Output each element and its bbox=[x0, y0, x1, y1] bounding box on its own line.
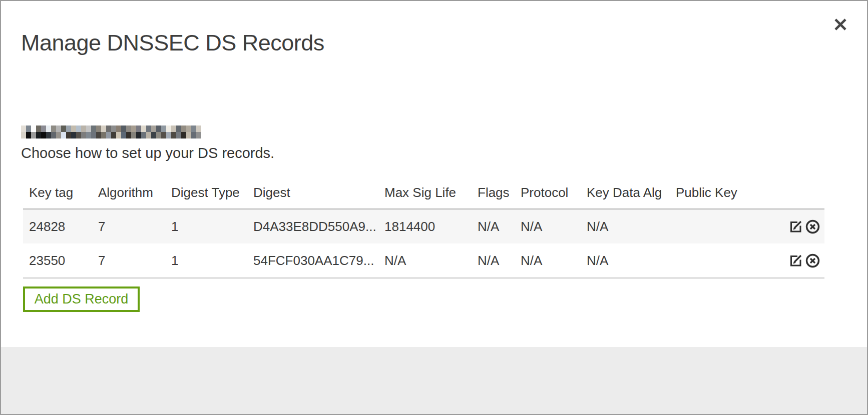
table-cell: 23550 bbox=[23, 253, 92, 268]
instruction-text: Choose how to set up your DS records. bbox=[21, 145, 274, 162]
column-header: Key Data Alg bbox=[581, 185, 670, 200]
row-actions bbox=[781, 219, 824, 234]
column-header: Digest Type bbox=[165, 185, 247, 200]
redaction-pixel bbox=[66, 132, 71, 138]
redaction-pixel bbox=[161, 132, 166, 138]
redaction-pixel bbox=[61, 126, 66, 132]
delete-record-button[interactable] bbox=[805, 253, 820, 268]
redaction-pixel bbox=[151, 132, 156, 138]
table-row: 235507154FCF030AA1C79...N/AN/AN/AN/A bbox=[23, 244, 824, 278]
redaction-pixel bbox=[96, 126, 101, 132]
redaction-pixel bbox=[56, 126, 61, 132]
row-actions bbox=[781, 253, 824, 268]
redaction-pixel bbox=[176, 132, 181, 138]
table-cell: 24828 bbox=[23, 219, 92, 234]
add-ds-record-button[interactable]: Add DS Record bbox=[23, 286, 140, 312]
table-cell: 7 bbox=[92, 219, 165, 234]
redaction-pixel bbox=[101, 132, 106, 138]
redaction-pixel bbox=[186, 126, 191, 132]
edit-icon bbox=[788, 228, 803, 236]
redaction-pixel bbox=[181, 126, 186, 132]
redaction-pixel bbox=[26, 126, 31, 132]
edit-record-button[interactable] bbox=[788, 219, 803, 234]
redaction-pixel bbox=[171, 126, 176, 132]
redaction-pixel bbox=[131, 132, 136, 138]
delete-record-button[interactable] bbox=[805, 219, 820, 234]
redaction-pixel bbox=[181, 132, 186, 138]
redaction-pixel bbox=[36, 132, 41, 138]
column-header: Flags bbox=[472, 185, 515, 200]
page-title: Manage DNSSEC DS Records bbox=[21, 30, 324, 56]
redaction-pixel bbox=[156, 132, 161, 138]
redaction-pixel bbox=[196, 132, 201, 138]
redaction-pixel bbox=[146, 126, 151, 132]
redaction-pixel bbox=[51, 132, 56, 138]
redaction-pixel bbox=[121, 132, 126, 138]
redaction-pixel bbox=[141, 126, 146, 132]
table-cell: 1814400 bbox=[378, 219, 472, 234]
redaction-pixel bbox=[186, 132, 191, 138]
redaction-pixel bbox=[21, 126, 26, 132]
footer-bar: Save Cancel bbox=[1, 347, 867, 414]
redaction-pixel bbox=[116, 126, 121, 132]
redaction-pixel bbox=[91, 126, 96, 132]
redaction-pixel bbox=[51, 126, 56, 132]
redaction-pixel bbox=[76, 126, 81, 132]
delete-icon bbox=[805, 262, 820, 270]
table-cell: N/A bbox=[472, 219, 515, 234]
redaction-pixel bbox=[166, 132, 171, 138]
redaction-pixel bbox=[161, 126, 166, 132]
table-body: 2482871D4A33E8DD550A9...1814400N/AN/AN/A… bbox=[23, 210, 824, 278]
table-cell: N/A bbox=[581, 219, 670, 234]
redaction-pixel bbox=[156, 126, 161, 132]
redaction-pixel bbox=[146, 132, 151, 138]
redaction-pixel bbox=[96, 132, 101, 138]
table-cell: N/A bbox=[515, 219, 581, 234]
edit-record-button[interactable] bbox=[788, 253, 803, 268]
table-cell: 54FCF030AA1C79... bbox=[247, 253, 378, 268]
edit-icon bbox=[788, 262, 803, 270]
redaction-pixel bbox=[116, 132, 121, 138]
redaction-pixel bbox=[171, 132, 176, 138]
redaction-pixel bbox=[36, 126, 41, 132]
redaction-pixel bbox=[126, 126, 131, 132]
redaction-pixel bbox=[71, 126, 76, 132]
redaction-pixel bbox=[191, 126, 196, 132]
delete-icon bbox=[805, 228, 820, 236]
redaction-pixel bbox=[111, 132, 116, 138]
redaction-pixel bbox=[26, 132, 31, 138]
redaction-pixel bbox=[136, 126, 141, 132]
redaction-pixel bbox=[106, 126, 111, 132]
redaction-pixel bbox=[101, 126, 106, 132]
table-cell: N/A bbox=[472, 253, 515, 268]
table-header-row: Key tagAlgorithmDigest TypeDigestMax Sig… bbox=[23, 177, 824, 210]
column-header: Algorithm bbox=[92, 185, 165, 200]
redaction-pixel bbox=[46, 132, 51, 138]
redaction-pixel bbox=[56, 132, 61, 138]
redacted-domain-name bbox=[21, 126, 201, 138]
manage-dnssec-modal: Manage DNSSEC DS Records Choose how to s… bbox=[0, 0, 868, 415]
table-cell: N/A bbox=[581, 253, 670, 268]
table-cell: 1 bbox=[165, 219, 247, 234]
column-header: Key tag bbox=[23, 185, 92, 200]
close-button[interactable] bbox=[829, 14, 851, 36]
column-header: Digest bbox=[247, 185, 378, 200]
table-cell: N/A bbox=[515, 253, 581, 268]
redaction-pixel bbox=[151, 126, 156, 132]
redaction-pixel bbox=[76, 132, 81, 138]
column-header: Protocol bbox=[515, 185, 581, 200]
table-cell: 7 bbox=[92, 253, 165, 268]
redaction-pixel bbox=[21, 132, 26, 138]
redaction-pixel bbox=[66, 126, 71, 132]
redaction-pixel bbox=[81, 126, 86, 132]
redaction-pixel bbox=[31, 126, 36, 132]
redaction-pixel bbox=[126, 132, 131, 138]
table-row: 2482871D4A33E8DD550A9...1814400N/AN/AN/A bbox=[23, 210, 824, 244]
redaction-pixel bbox=[141, 132, 146, 138]
redaction-pixel bbox=[31, 132, 36, 138]
column-header: Public Key bbox=[670, 185, 781, 200]
redaction-pixel bbox=[196, 126, 201, 132]
redaction-pixel bbox=[41, 126, 46, 132]
column-header: Max Sig Life bbox=[378, 185, 472, 200]
close-icon bbox=[831, 28, 849, 35]
